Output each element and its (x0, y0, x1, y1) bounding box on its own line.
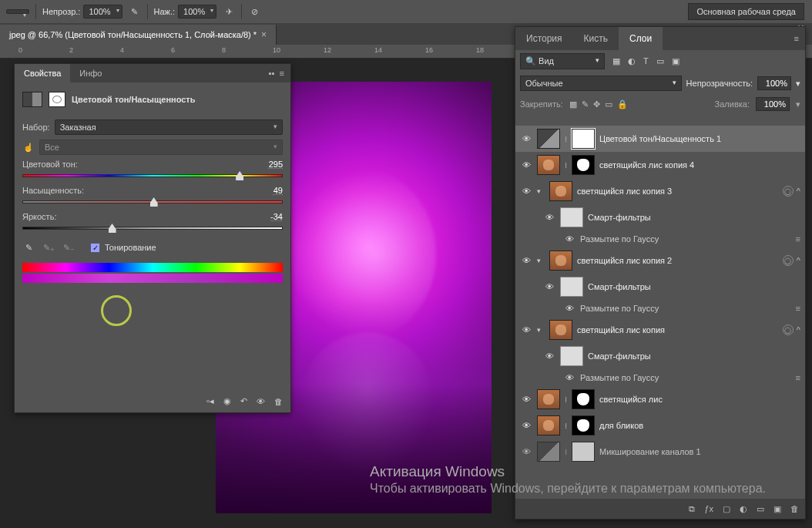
tab-layers[interactable]: Слои (619, 27, 663, 50)
visibility-toggle[interactable] (520, 447, 532, 456)
layer-thumbnail[interactable] (549, 251, 572, 271)
reset-icon[interactable]: ↶ (240, 396, 247, 406)
range-select[interactable]: Все (39, 140, 283, 155)
tab-brush[interactable]: Кисть (573, 27, 619, 50)
visibility-toggle[interactable] (520, 134, 532, 143)
panel-menu-icon[interactable]: ≡ (794, 34, 799, 43)
panel-menu-icon[interactable]: ≡ (280, 69, 284, 78)
filter-item[interactable]: Размытие по Гауссу ≡ (515, 230, 805, 247)
smart-filter-mask[interactable] (560, 277, 583, 297)
filter-pixel-icon[interactable]: ▦ (612, 56, 620, 66)
mask-thumbnail[interactable] (572, 442, 595, 462)
mask-thumbnail[interactable] (572, 415, 595, 436)
delete-adjustment-icon[interactable]: 🗑 (274, 397, 283, 406)
layer-thumbnail[interactable] (537, 155, 560, 175)
filter-item[interactable]: Размытие по Гауссу ≡ (515, 369, 805, 386)
layer-name[interactable]: светящийся лис (599, 395, 800, 404)
close-tab-icon[interactable]: × (261, 29, 267, 40)
visibility-toggle[interactable] (543, 351, 555, 361)
airbrush-icon[interactable]: ✈ (223, 5, 235, 18)
pressure-size-icon[interactable]: ⊘ (248, 5, 260, 18)
filter-options-icon[interactable]: ≡ (796, 373, 800, 382)
visibility-toggle[interactable] (543, 213, 555, 222)
lock-pixels-icon[interactable]: ✎ (582, 99, 589, 109)
layer-thumbnail[interactable] (537, 129, 560, 149)
collapse-fx-icon[interactable]: ^ (797, 187, 800, 196)
workspace-switcher[interactable]: Основная рабочая среда (688, 3, 804, 20)
opacity-value[interactable]: 100% (83, 5, 122, 18)
fill-dropdown-icon[interactable]: ▾ (796, 99, 800, 109)
layer-row[interactable]: ⁞ Микширование каналов 1 (515, 439, 805, 465)
visibility-toggle[interactable] (520, 395, 532, 404)
expand-icon[interactable]: ▾ (537, 326, 545, 334)
filter-adjustment-icon[interactable]: ◐ (628, 56, 636, 66)
smart-filter-mask[interactable] (560, 207, 583, 227)
filter-effects-icon[interactable]: ◯ (783, 325, 794, 335)
eyedropper-plus-icon[interactable]: ✎₊ (42, 241, 55, 254)
sat-value[interactable]: 49 (273, 186, 283, 195)
colorize-checkbox[interactable]: ✓ Тонирование (90, 243, 156, 253)
visibility-toggle[interactable] (520, 256, 532, 265)
layer-thumbnail[interactable] (549, 320, 572, 340)
layer-name[interactable]: Микширование каналов 1 (599, 447, 800, 456)
brush-preset-dropdown[interactable] (6, 9, 29, 14)
layer-row[interactable]: ⁞ светящийся лис (515, 386, 805, 412)
layer-opacity-value[interactable]: 100% (757, 76, 791, 90)
visibility-toggle[interactable] (563, 304, 575, 313)
filter-effects-icon[interactable]: ◯ (783, 186, 794, 197)
layer-thumbnail[interactable] (549, 181, 572, 201)
layer-row[interactable]: ▾ светящийся лис копия 2 ◯^ (515, 247, 805, 274)
new-layer-icon[interactable]: ▣ (773, 504, 781, 514)
document-tab[interactable]: jpeg @ 66,7% (Цветовой тон/Насыщенность … (0, 25, 277, 45)
layer-name[interactable]: светящийся лис копия 4 (599, 160, 800, 170)
lock-all-icon[interactable]: 🔒 (617, 99, 628, 109)
tab-info[interactable]: Инфо (70, 64, 111, 82)
layer-fill-value[interactable]: 100% (756, 97, 790, 111)
collapse-fx-icon[interactable]: ^ (797, 325, 800, 335)
layer-mask-icon[interactable]: ▢ (723, 504, 730, 514)
opacity-dropdown-icon[interactable]: ▾ (796, 79, 800, 89)
smart-filters-row[interactable]: Смарт-фильтры (515, 274, 805, 300)
tab-history[interactable]: История (515, 27, 573, 50)
filter-item[interactable]: Размытие по Гауссу ≡ (515, 300, 805, 317)
layer-thumbnail[interactable] (537, 442, 560, 462)
layer-row[interactable]: ⁞ для бликов (515, 412, 805, 439)
layer-name[interactable]: Цветовой тон/Насыщенность 1 (599, 134, 800, 143)
adjustment-layer-icon[interactable]: ◐ (740, 504, 747, 514)
eyedropper-icon[interactable]: ✎ (22, 241, 35, 254)
hue-value[interactable]: 295 (269, 160, 283, 169)
expand-icon[interactable]: ▾ (537, 257, 545, 264)
pressure-opacity-icon[interactable]: ✎ (129, 5, 141, 18)
smart-filters-row[interactable]: Смарт-фильтры (515, 343, 805, 369)
layer-name[interactable]: светящийся лис копия 2 (577, 256, 778, 265)
lock-transparency-icon[interactable]: ▩ (569, 99, 577, 109)
smart-filters-row[interactable]: Смарт-фильтры (515, 204, 805, 230)
eyedropper-minus-icon[interactable]: ✎₋ (62, 241, 75, 254)
lock-position-icon[interactable]: ✥ (593, 99, 600, 109)
panel-dock-icon[interactable]: ▪▪ (269, 69, 275, 78)
delete-layer-icon[interactable]: 🗑 (790, 504, 799, 513)
collapse-fx-icon[interactable]: ^ (797, 256, 800, 265)
filter-type-select[interactable]: 🔍 Вид (520, 53, 605, 69)
clip-icon[interactable]: ▫◂ (206, 396, 214, 406)
tab-properties[interactable]: Свойства (15, 64, 70, 82)
mask-thumbnail[interactable] (572, 389, 595, 409)
layer-row[interactable]: ⁞ Цветовой тон/Насыщенность 1 (515, 126, 805, 152)
filter-shape-icon[interactable]: ▭ (656, 56, 664, 66)
light-value[interactable]: -34 (270, 212, 283, 221)
filter-options-icon[interactable]: ≡ (796, 304, 800, 313)
visibility-toggle[interactable] (520, 187, 532, 196)
view-previous-icon[interactable]: ◉ (223, 396, 231, 406)
visibility-toggle[interactable] (563, 373, 575, 382)
layer-name[interactable]: светящийся лис копия 3 (577, 187, 778, 196)
sat-slider[interactable] (22, 197, 283, 207)
layer-style-icon[interactable]: ƒx (704, 504, 713, 513)
link-layers-icon[interactable]: ⧉ (689, 504, 695, 514)
filter-options-icon[interactable]: ≡ (796, 234, 800, 244)
visibility-toggle[interactable] (563, 234, 575, 244)
filter-effects-icon[interactable]: ◯ (783, 255, 794, 266)
visibility-toggle[interactable] (543, 282, 555, 291)
mask-icon[interactable] (49, 92, 65, 107)
group-icon[interactable]: ▭ (757, 504, 764, 514)
layer-row[interactable]: ▾ светящийся лис копия 3 ◯^ (515, 178, 805, 204)
